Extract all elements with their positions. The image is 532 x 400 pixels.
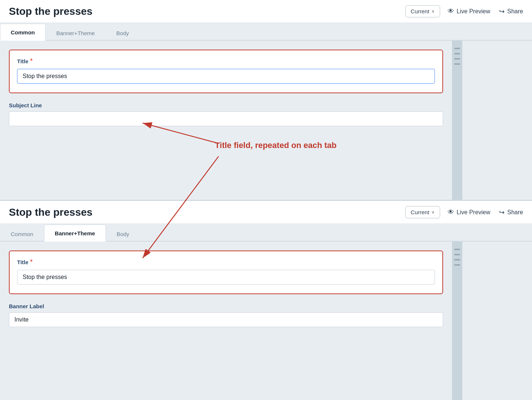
bottom-title-required: * [30,259,33,265]
bottom-sidebar-bar-1 [454,249,460,250]
bottom-title-label: Title * [17,259,435,265]
bottom-banner-label-input[interactable] [9,312,443,327]
bottom-title-input[interactable] [17,270,435,285]
tab-common-top[interactable]: Common [0,24,46,41]
bottom-share-button[interactable]: ↪ Share [499,208,523,216]
sidebar-bar-1 [454,48,460,49]
bottom-banner-label-label: Banner Label [9,303,443,309]
top-live-preview-button[interactable]: 👁 Live Preview [448,7,491,15]
top-title-card: Title * [9,50,443,93]
top-subject-line-group: Subject Line [9,102,443,126]
bottom-title-card: Title * [9,251,443,294]
top-page-title: Stop the presses [9,6,398,17]
live-preview-label: Live Preview [457,8,491,15]
bottom-version-dropdown[interactable]: Current ∨ [405,206,440,218]
bottom-live-preview-label: Live Preview [457,209,491,216]
tab-banner-theme-top[interactable]: Banner+Theme [46,24,106,41]
eye-icon: 👁 [448,7,454,15]
bottom-sidebar-bar-4 [454,264,460,266]
top-header-actions: 👁 Live Preview ↪ Share [448,7,523,16]
bottom-header-actions: 👁 Live Preview ↪ Share [448,208,523,216]
bottom-banner-label-group: Banner Label [9,303,443,327]
tab-banner-theme-bottom[interactable]: Banner+Theme [44,225,106,242]
bottom-chevron-down-icon: ∨ [432,210,435,215]
bottom-eye-icon: 👁 [448,208,454,216]
top-right-sidebar [452,41,462,200]
top-content-area: Title * Subject Line [0,41,532,200]
bottom-sidebar-bar-3 [454,259,460,260]
top-title-required: * [30,58,33,64]
bottom-content-area: Title * Banner Label [0,242,532,400]
sidebar-bar-4 [454,63,460,65]
top-title-input[interactable] [17,69,435,84]
bottom-version-label: Current [411,209,429,215]
top-share-button[interactable]: ↪ Share [499,7,523,16]
top-subject-line-input[interactable] [9,111,443,126]
top-title-label: Title * [17,58,435,64]
chevron-down-icon: ∨ [432,9,435,14]
sidebar-bar-2 [454,53,460,54]
bottom-share-label: Share [507,209,523,216]
sidebar-bar-3 [454,58,460,60]
version-label: Current [411,8,429,14]
bottom-live-preview-button[interactable]: 👁 Live Preview [448,208,491,216]
top-header-bar: Stop the presses Current ∨ 👁 Live Previe… [0,0,532,23]
bottom-form-section: Title * Banner Label [0,242,452,400]
tab-body-bottom[interactable]: Body [106,225,140,242]
bottom-right-sidebar [452,242,462,400]
bottom-share-icon: ↪ [499,208,505,216]
top-section: Stop the presses Current ∨ 👁 Live Previe… [0,0,532,201]
top-form-section: Title * Subject Line [0,41,452,200]
bottom-sidebar-bar-2 [454,254,460,255]
top-version-dropdown[interactable]: Current ∨ [405,5,440,17]
bottom-section: Stop the presses Current ∨ 👁 Live Previe… [0,201,532,400]
bottom-tabs-bar: Common Banner+Theme Body [0,224,532,242]
top-tabs-bar: Common Banner+Theme Body [0,23,532,41]
share-icon: ↪ [499,7,505,16]
page-wrapper: Stop the presses Current ∨ 👁 Live Previe… [0,0,532,400]
tab-common-bottom[interactable]: Common [0,225,44,242]
share-label: Share [507,8,523,15]
top-subject-line-label: Subject Line [9,102,443,108]
tab-body-top[interactable]: Body [106,24,140,41]
bottom-header-bar: Stop the presses Current ∨ 👁 Live Previe… [0,201,532,224]
bottom-page-title: Stop the presses [9,206,398,218]
